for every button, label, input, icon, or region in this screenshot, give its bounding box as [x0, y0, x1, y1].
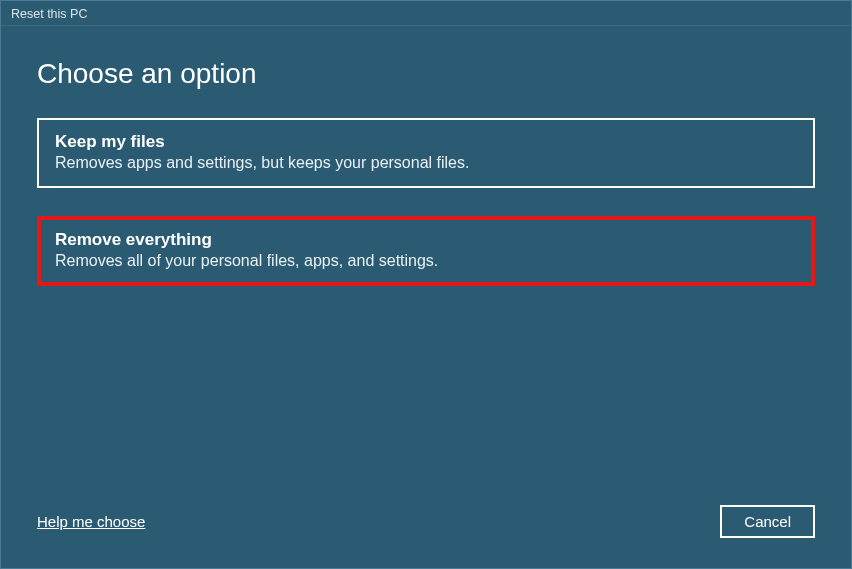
- option-keep-my-files[interactable]: Keep my files Removes apps and settings,…: [37, 118, 815, 188]
- option-title: Remove everything: [55, 230, 797, 250]
- reset-pc-window: Reset this PC Choose an option Keep my f…: [0, 0, 852, 569]
- content-area: Choose an option Keep my files Removes a…: [1, 26, 851, 286]
- window-title-bar: Reset this PC: [1, 1, 851, 26]
- option-remove-everything[interactable]: Remove everything Removes all of your pe…: [37, 216, 815, 286]
- window-title: Reset this PC: [11, 7, 87, 21]
- page-title: Choose an option: [37, 58, 815, 90]
- option-title: Keep my files: [55, 132, 797, 152]
- help-me-choose-link[interactable]: Help me choose: [37, 513, 145, 530]
- option-description: Removes apps and settings, but keeps you…: [55, 154, 797, 172]
- footer: Help me choose Cancel: [37, 505, 815, 538]
- option-description: Removes all of your personal files, apps…: [55, 252, 797, 270]
- cancel-button[interactable]: Cancel: [720, 505, 815, 538]
